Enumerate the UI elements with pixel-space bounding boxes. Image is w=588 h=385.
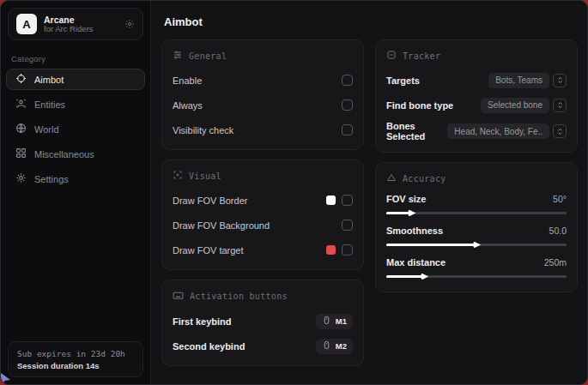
always-checkbox[interactable] [342, 99, 353, 111]
setting-label: Draw FOV Background [173, 220, 270, 231]
category-label: Category [11, 54, 140, 63]
visual-heading: Visual [173, 170, 353, 182]
setting-row-draw-fov-border: Draw FOV Border [173, 191, 353, 209]
triangle-icon [386, 172, 397, 184]
crosshair-icon [15, 73, 27, 86]
sidebar-item-world[interactable]: World [6, 118, 145, 140]
brand-card: A Arcane for Arc Riders [8, 8, 143, 40]
setting-label: Draw FOV Border [173, 196, 247, 206]
setting-label: Bones Selected [386, 121, 447, 141]
setting-row-targets: Targets Bots, Teams [386, 71, 567, 89]
session-duration-text: Session duration 14s [17, 361, 134, 370]
tracker-heading: Tracker [386, 50, 567, 62]
mouse-icon [322, 340, 331, 352]
activation-heading: Activation buttons [173, 290, 353, 303]
slider-thumb[interactable] [421, 273, 428, 280]
app-logo: A [16, 14, 37, 34]
visual-card: Visual Draw FOV Border Draw FOV Backgrou… [161, 159, 364, 270]
setting-label: Enable [173, 75, 202, 86]
fov-size-slider[interactable] [386, 208, 567, 218]
sidebar-item-label: Miscellaneous [34, 149, 94, 159]
slider-thumb[interactable] [408, 209, 415, 217]
setting-label: Draw FOV target [173, 245, 244, 256]
setting-label: Second keybind [173, 341, 245, 352]
sidebar-item-settings[interactable]: Settings [6, 168, 145, 189]
setting-label: Visibility check [173, 125, 233, 135]
right-column: Tracker Targets Bots, Teams Find bone ty… [375, 39, 578, 292]
find-bone-type-dropdown[interactable]: Selected bone [481, 98, 567, 113]
draw-fov-target-checkbox[interactable] [342, 244, 353, 256]
gear-icon [15, 172, 27, 185]
targets-dropdown[interactable]: Bots, Teams [488, 73, 567, 88]
activation-card: Activation buttons First keybind M1 [161, 280, 364, 366]
setting-row-second-keybind: Second keybind M2 [173, 337, 353, 355]
sidebar: A Arcane for Arc Riders Category [1, 1, 151, 384]
slider-fill [386, 244, 476, 246]
slider-fill [386, 275, 424, 278]
smoothness-value: 50.0 [549, 226, 567, 236]
setting-label: Max distance [386, 257, 446, 268]
setting-label: Targets [386, 75, 420, 86]
chevrons-up-down-icon [553, 124, 567, 138]
entities-icon [15, 98, 27, 111]
setting-row-always: Always [173, 96, 353, 114]
setting-row-find-bone-type: Find bone type Selected bone [386, 96, 567, 114]
bones-selected-dropdown[interactable]: Head, Neck, Body, Fe.. [447, 123, 567, 139]
fov-target-color-swatch[interactable] [326, 245, 336, 255]
setting-label: FOV size [386, 194, 426, 204]
brand-text: Arcane for Arc Riders [44, 15, 118, 34]
scan-plus-icon [173, 170, 183, 182]
max-distance-value: 250m [544, 257, 567, 268]
app-window: A Arcane for Arc Riders Category [0, 0, 588, 385]
keyboard-icon [173, 290, 184, 303]
sidebar-item-entities[interactable]: Entities [6, 93, 145, 115]
sidebar-item-label: Entities [34, 99, 65, 110]
scan-minus-icon [386, 50, 397, 62]
left-column: General Enable Always Visibility check [161, 39, 364, 366]
draw-fov-background-checkbox[interactable] [342, 220, 353, 231]
gear-icon[interactable] [124, 19, 135, 29]
sub-expiry-text: Sub expires in 23d 20h [17, 349, 134, 358]
globe-icon [15, 123, 27, 135]
setting-group-fov-size: FOV size 50° [386, 194, 567, 218]
smoothness-slider[interactable] [386, 239, 567, 250]
max-distance-slider[interactable] [386, 271, 567, 281]
setting-row-draw-fov-background: Draw FOV Background [173, 216, 353, 234]
setting-row-first-keybind: First keybind M1 [173, 312, 353, 330]
sliders-icon [173, 50, 183, 62]
chevrons-up-down-icon [553, 99, 567, 112]
sidebar-item-label: Aimbot [34, 75, 64, 85]
setting-label: First keybind [173, 316, 231, 327]
setting-row-visibility-check: Visibility check [173, 121, 353, 139]
general-card: General Enable Always Visibility check [161, 39, 364, 150]
visibility-check-checkbox[interactable] [342, 124, 353, 135]
setting-group-max-distance: Max distance 250m [386, 257, 567, 281]
draw-fov-border-checkbox[interactable] [342, 195, 353, 206]
fov-size-value: 50° [553, 194, 567, 204]
fov-border-color-swatch[interactable] [326, 196, 336, 205]
slider-fill [386, 212, 411, 214]
app-name: Arcane [44, 15, 118, 25]
setting-row-draw-fov-target: Draw FOV target [173, 241, 353, 259]
setting-label: Always [173, 100, 203, 111]
first-keybind-button[interactable]: M1 [316, 314, 353, 329]
mouse-icon [322, 316, 331, 327]
sidebar-item-label: World [34, 124, 59, 135]
sidebar-item-aimbot[interactable]: Aimbot [6, 69, 145, 90]
accuracy-card: Accuracy FOV size 50° [375, 162, 578, 292]
sidebar-nav: Aimbot Entities World [1, 69, 150, 189]
subscription-card: Sub expires in 23d 20h Session duration … [8, 341, 143, 377]
main-content: Aimbot General Enable [151, 1, 588, 384]
second-keybind-button[interactable]: M2 [316, 339, 353, 354]
accuracy-heading: Accuracy [386, 172, 567, 184]
setting-label: Find bone type [386, 100, 453, 111]
enable-checkbox[interactable] [342, 75, 353, 86]
grid-icon [15, 147, 27, 160]
page-title: Aimbot [164, 15, 578, 28]
chevrons-up-down-icon [553, 74, 567, 87]
setting-group-smoothness: Smoothness 50.0 [386, 226, 567, 250]
slider-thumb[interactable] [473, 241, 481, 249]
sidebar-item-miscellaneous[interactable]: Miscellaneous [6, 143, 145, 165]
app-subtitle: for Arc Riders [44, 25, 118, 34]
general-heading: General [173, 50, 353, 62]
